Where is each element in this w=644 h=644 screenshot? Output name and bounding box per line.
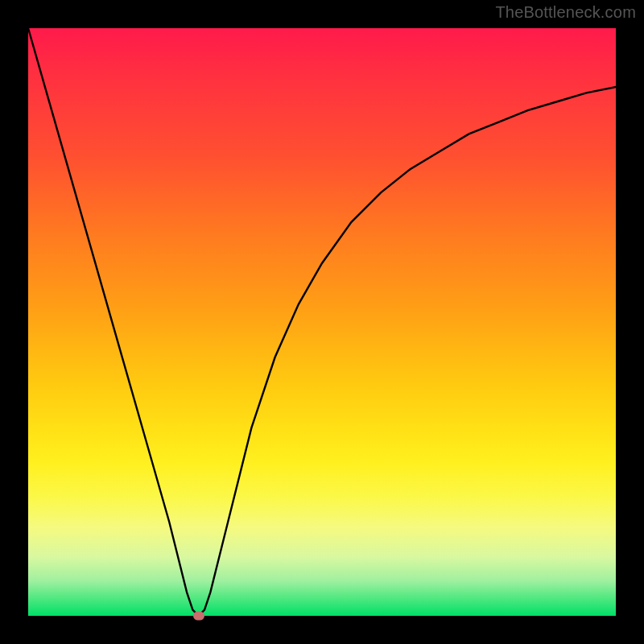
- min-marker: [193, 612, 204, 621]
- bottleneck-curve: [28, 28, 616, 616]
- watermark-text: TheBottleneck.com: [495, 3, 636, 22]
- chart-frame: { "watermark": "TheBottleneck.com", "col…: [0, 0, 644, 644]
- curve-svg: [28, 28, 616, 616]
- plot-area: [28, 28, 616, 616]
